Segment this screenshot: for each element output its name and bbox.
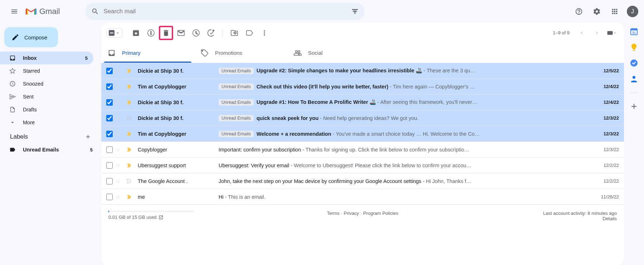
row-checkbox[interactable] bbox=[106, 83, 113, 90]
nav-drafts[interactable]: Drafts bbox=[0, 103, 93, 116]
gmail-logo[interactable]: Gmail bbox=[26, 7, 60, 16]
add-task-button[interactable] bbox=[204, 26, 218, 40]
email-row[interactable]: ☆ Dickie at Ship 30 f. Unread Emails Upg… bbox=[101, 63, 624, 79]
label-button[interactable] bbox=[242, 26, 257, 40]
archive-button[interactable] bbox=[129, 26, 143, 40]
row-label-chip[interactable]: Unread Emails bbox=[219, 99, 254, 106]
email-row[interactable]: ☆ Tim at Copyblogger Unread Emails Welco… bbox=[101, 126, 624, 142]
important-icon[interactable] bbox=[126, 178, 133, 184]
row-checkbox[interactable] bbox=[106, 146, 113, 153]
row-sender: Dickie at Ship 30 f. bbox=[138, 115, 209, 121]
search-input[interactable] bbox=[103, 8, 351, 15]
row-label-chip[interactable]: Unread Emails bbox=[219, 131, 254, 137]
star-icon[interactable]: ☆ bbox=[116, 163, 123, 168]
help-button[interactable] bbox=[570, 3, 587, 20]
row-checkbox[interactable] bbox=[106, 194, 113, 200]
nav-sent[interactable]: Sent bbox=[0, 90, 93, 103]
snooze-button[interactable] bbox=[189, 26, 203, 40]
link-privacy[interactable]: Privacy bbox=[344, 211, 359, 216]
row-subject: Ubersuggest: Verify your email bbox=[219, 163, 289, 168]
important-icon[interactable] bbox=[126, 146, 133, 153]
row-body: Unread Emails Upgrade #2: Simple changes… bbox=[219, 68, 584, 74]
important-icon[interactable] bbox=[126, 83, 133, 90]
important-icon[interactable] bbox=[126, 162, 133, 169]
email-row[interactable]: ☆ Dickie at Ship 30 f. Unread Emails Upg… bbox=[101, 95, 624, 110]
nav-starred[interactable]: Starred bbox=[0, 64, 93, 77]
tab-primary[interactable]: Primary bbox=[101, 43, 194, 63]
settings-button[interactable] bbox=[588, 3, 605, 20]
row-sender: Dickie at Ship 30 f. bbox=[138, 100, 209, 105]
email-row[interactable]: ☆ Ubersuggest support Ubersuggest: Verif… bbox=[101, 158, 624, 173]
spam-button[interactable] bbox=[144, 26, 158, 40]
nav-snoozed[interactable]: Snoozed bbox=[0, 77, 93, 90]
mark-unread-button[interactable] bbox=[174, 26, 188, 40]
row-body: John, take the next step on your Mac dev… bbox=[219, 178, 584, 184]
star-icon[interactable]: ☆ bbox=[116, 178, 123, 184]
prev-page-button[interactable] bbox=[575, 26, 589, 40]
important-icon[interactable] bbox=[126, 131, 133, 137]
row-checkbox[interactable] bbox=[106, 115, 113, 121]
row-checkbox[interactable] bbox=[106, 162, 113, 169]
account-avatar[interactable]: J bbox=[627, 6, 638, 17]
header: Gmail J bbox=[0, 0, 644, 23]
link-terms[interactable]: Terms bbox=[327, 211, 340, 216]
nav-label: Inbox bbox=[23, 55, 37, 61]
nav-more[interactable]: More bbox=[0, 116, 93, 129]
star-icon[interactable]: ☆ bbox=[116, 100, 123, 105]
apps-button[interactable] bbox=[606, 3, 623, 20]
star-icon[interactable]: ☆ bbox=[116, 115, 123, 121]
keep-app-icon[interactable] bbox=[630, 43, 638, 52]
clock-icon bbox=[192, 29, 200, 37]
important-icon[interactable] bbox=[126, 68, 133, 74]
delete-button[interactable] bbox=[159, 26, 173, 40]
email-row[interactable]: ☆ Tim at Copyblogger Unread Emails Check… bbox=[101, 79, 624, 95]
star-icon[interactable]: ☆ bbox=[116, 131, 123, 137]
row-label-chip[interactable]: Unread Emails bbox=[219, 115, 254, 121]
row-checkbox[interactable] bbox=[106, 131, 113, 137]
calendar-app-icon[interactable]: 31 bbox=[630, 27, 638, 36]
search-bar[interactable] bbox=[86, 3, 365, 20]
row-checkbox[interactable] bbox=[106, 68, 113, 74]
row-label-chip[interactable]: Unread Emails bbox=[219, 68, 254, 74]
open-in-new-icon[interactable] bbox=[158, 215, 164, 220]
storage-bar bbox=[108, 211, 194, 212]
tab-social[interactable]: Social bbox=[287, 43, 380, 63]
row-snippet: - You've made a smart choice today … Hi.… bbox=[331, 131, 480, 137]
nav-count: 5 bbox=[85, 56, 88, 61]
next-page-button[interactable] bbox=[590, 26, 604, 40]
important-icon[interactable] bbox=[126, 115, 133, 121]
right-side-panel: 31 bbox=[624, 23, 644, 265]
star-icon[interactable]: ☆ bbox=[116, 84, 123, 90]
tab-promotions[interactable]: Promotions bbox=[194, 43, 287, 63]
search-options-icon[interactable] bbox=[351, 8, 359, 15]
important-icon[interactable] bbox=[126, 194, 133, 200]
row-checkbox[interactable] bbox=[106, 178, 113, 184]
label-unread-emails[interactable]: Unread Emails 5 bbox=[0, 143, 98, 156]
star-icon[interactable]: ☆ bbox=[116, 194, 123, 200]
compose-button[interactable]: Compose bbox=[4, 27, 58, 47]
toolbar: 1–9 of 9 bbox=[101, 23, 624, 43]
select-all-checkbox[interactable] bbox=[106, 28, 122, 38]
tasks-app-icon[interactable] bbox=[630, 59, 638, 67]
activity-text: Last account activity: 8 minutes ago bbox=[543, 211, 617, 216]
row-label-chip[interactable]: Unread Emails bbox=[219, 83, 254, 90]
email-row[interactable]: ☆ Copyblogger Important: confirm your su… bbox=[101, 142, 624, 158]
email-row[interactable]: ☆ me Hi - This is an email. 11/26/22 bbox=[101, 189, 624, 205]
select-all-input[interactable] bbox=[109, 30, 114, 36]
add-panel-icon[interactable] bbox=[630, 102, 638, 111]
move-button[interactable] bbox=[227, 26, 241, 40]
nav-inbox[interactable]: Inbox 5 bbox=[0, 52, 93, 64]
details-link[interactable]: Details bbox=[602, 216, 617, 221]
input-tools-button[interactable] bbox=[605, 26, 619, 40]
star-icon[interactable]: ☆ bbox=[116, 68, 123, 74]
main-menu-button[interactable] bbox=[6, 3, 23, 20]
important-icon[interactable] bbox=[126, 99, 133, 106]
star-icon[interactable]: ☆ bbox=[116, 147, 123, 153]
email-row[interactable]: ☆ Dickie at Ship 30 f. Unread Emails qui… bbox=[101, 110, 624, 126]
contacts-app-icon[interactable] bbox=[630, 74, 638, 83]
email-row[interactable]: ☆ The Google Account . John, take the ne… bbox=[101, 173, 624, 189]
link-program[interactable]: Program Policies bbox=[363, 211, 398, 216]
more-button[interactable] bbox=[257, 26, 272, 40]
add-label-icon[interactable] bbox=[85, 134, 91, 140]
row-checkbox[interactable] bbox=[106, 99, 113, 106]
